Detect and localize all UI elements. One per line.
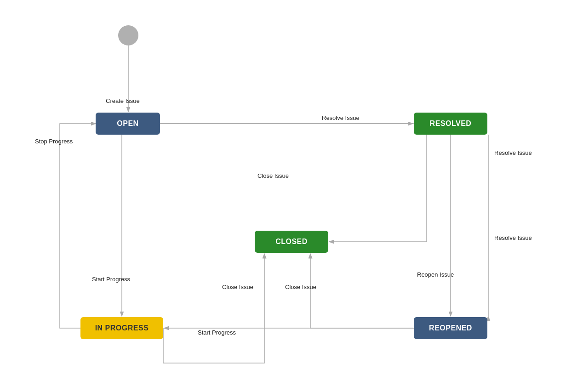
node-in-progress: IN PROGRESS [80,317,163,339]
label-start-progress-2: Start Progress [198,329,236,336]
label-reopen-issue: Reopen Issue [417,271,454,278]
node-closed: CLOSED [255,231,328,253]
label-stop-progress: Stop Progress [35,138,73,145]
label-resolve-issue-1: Resolve Issue [322,114,360,121]
label-create-issue: Create Issue [106,97,140,104]
label-close-issue-2: Close Issue [222,284,253,290]
node-resolved: RESOLVED [414,113,487,135]
node-open: OPEN [96,113,160,135]
diagram-container: OPEN RESOLVED CLOSED IN PROGRESS REOPENE… [0,0,583,392]
label-resolve-issue-2: Resolve Issue [494,149,532,156]
label-close-issue-1: Close Issue [257,172,289,179]
label-start-progress-1: Start Progress [92,276,130,283]
start-node [118,25,138,45]
label-resolve-issue-3: Resolve Issue [494,234,532,241]
node-reopened: REOPENED [414,317,487,339]
label-close-issue-3: Close Issue [285,284,316,290]
